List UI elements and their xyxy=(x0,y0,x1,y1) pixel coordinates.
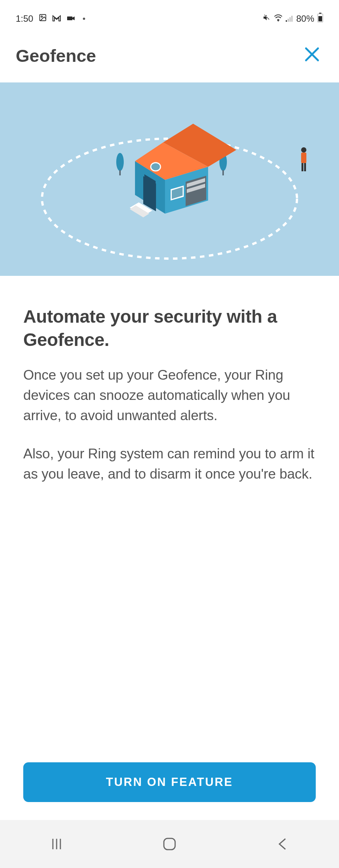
content: Automate your security with a Geofence. … xyxy=(0,276,339,762)
svg-rect-9 xyxy=(318,16,322,21)
content-heading: Automate your security with a Geofence. xyxy=(23,305,316,352)
photo-icon xyxy=(39,13,47,24)
status-dot-icon xyxy=(83,18,85,20)
svg-point-17 xyxy=(301,147,306,153)
cta-container: TURN ON FEATURE xyxy=(0,762,339,820)
svg-rect-2 xyxy=(67,16,72,20)
content-paragraph-1: Once you set up your Geofence, your Ring… xyxy=(23,365,316,426)
svg-rect-4 xyxy=(288,19,289,22)
turn-on-feature-button[interactable]: TURN ON FEATURE xyxy=(23,762,316,802)
hero-illustration xyxy=(0,82,339,276)
status-time: 1:50 xyxy=(16,13,33,24)
svg-rect-19 xyxy=(302,163,303,171)
content-paragraph-2: Also, your Ring system can remind you to… xyxy=(23,444,316,484)
status-right: 80% xyxy=(262,13,323,25)
recent-apps-button[interactable] xyxy=(47,835,66,853)
svg-point-13 xyxy=(116,153,124,171)
battery-icon xyxy=(317,13,323,25)
svg-rect-18 xyxy=(301,153,306,163)
svg-rect-14 xyxy=(119,170,121,175)
svg-rect-3 xyxy=(286,20,287,22)
svg-rect-5 xyxy=(290,17,291,22)
header: Geofence xyxy=(0,33,339,82)
svg-rect-6 xyxy=(291,16,292,22)
close-icon[interactable] xyxy=(301,42,323,69)
home-button[interactable] xyxy=(160,835,179,853)
svg-rect-16 xyxy=(222,170,224,175)
status-bar: 1:50 80% xyxy=(0,0,339,33)
status-battery-text: 80% xyxy=(296,13,314,24)
status-left: 1:50 xyxy=(16,13,85,24)
svg-rect-20 xyxy=(304,163,306,171)
svg-point-1 xyxy=(41,16,42,17)
back-button[interactable] xyxy=(273,835,292,853)
video-icon xyxy=(66,13,75,24)
gmail-icon xyxy=(52,13,61,24)
svg-point-22 xyxy=(151,163,160,171)
mute-icon xyxy=(262,13,271,24)
system-navbar xyxy=(0,820,339,868)
wifi-icon xyxy=(274,13,283,24)
signal-icon xyxy=(286,13,293,24)
page-title: Geofence xyxy=(16,45,96,66)
svg-rect-26 xyxy=(164,838,175,850)
